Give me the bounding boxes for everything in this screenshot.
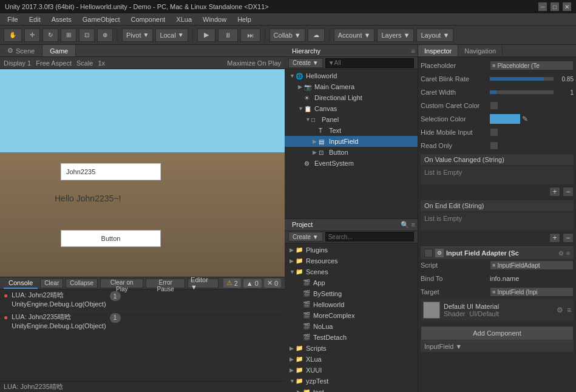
- project-item-nolua[interactable]: 🎬 NoLua: [285, 321, 418, 332]
- maximize-label[interactable]: Maximize On Play: [227, 59, 281, 67]
- project-item-scripts[interactable]: ▶ 📁 Scripts: [285, 343, 418, 354]
- hierarchy-item-inputfield[interactable]: ▶ ▤ InputField: [285, 136, 418, 147]
- menu-assets[interactable]: Assets: [47, 15, 76, 24]
- game-tab[interactable]: Game: [42, 45, 76, 56]
- adapter-enabled-checkbox[interactable]: [424, 249, 433, 257]
- scale-tool-button[interactable]: ⊞: [61, 29, 76, 42]
- project-search-input[interactable]: [325, 232, 414, 242]
- display-label[interactable]: Display 1: [4, 59, 31, 67]
- menu-window[interactable]: Window: [198, 15, 231, 24]
- console-row-0[interactable]: ● LUA: John22晴晗 UnityEngine.Debug.Log(Ob…: [0, 289, 285, 311]
- err-icon: ✕: [267, 279, 273, 287]
- hierarchy-item-eventsystem[interactable]: ⚙ EventSystem: [285, 158, 418, 169]
- play-button[interactable]: ▶: [197, 29, 215, 42]
- hand-tool-button[interactable]: ✋: [4, 29, 22, 42]
- inspector-content: Placeholder ■ Placeholder (Te Caret Blin…: [418, 57, 576, 392]
- hierarchy-label-button: Button: [329, 149, 348, 156]
- caret-width-slider[interactable]: [490, 90, 554, 94]
- inspector-tab[interactable]: Inspector: [418, 45, 458, 56]
- hierarchy-item-panel[interactable]: ▼ □ Panel: [285, 114, 418, 125]
- input-field-adapter-header[interactable]: ⚙ Input Field Adapter (Sc ⚙ ≡: [421, 246, 574, 259]
- material-menu-icon[interactable]: ≡: [567, 306, 571, 314]
- hide-mobile-checkbox[interactable]: [490, 128, 498, 137]
- read-only-checkbox[interactable]: [490, 141, 498, 150]
- hierarchy-menu-icon[interactable]: ≡: [412, 47, 415, 55]
- on-end-edit-header[interactable]: On End Edit (String): [421, 200, 574, 211]
- custom-caret-checkbox[interactable]: [490, 101, 498, 110]
- collab-dropdown[interactable]: Collab ▼: [269, 29, 305, 42]
- transform-tool-button[interactable]: ⊕: [97, 29, 113, 42]
- cloud-button[interactable]: ☁: [308, 29, 325, 42]
- menu-component[interactable]: Component: [126, 15, 170, 24]
- on-value-changed-add-button[interactable]: +: [549, 187, 560, 197]
- minimize-button[interactable]: ─: [538, 2, 547, 11]
- project-item-helloworld[interactable]: 🎬 Helloworld: [285, 299, 418, 310]
- project-item-plugins[interactable]: ▶ 📁 Plugins: [285, 245, 418, 255]
- project-icon-2[interactable]: ≡: [412, 221, 415, 229]
- hierarchy-item-main-camera[interactable]: ▶ 📷 Main Camera: [285, 81, 418, 92]
- layers-dropdown[interactable]: Layers ▼: [377, 29, 414, 42]
- project-item-bysetting[interactable]: 🎬 BySetting: [285, 288, 418, 299]
- scene-tab[interactable]: ⚙ Scene: [0, 45, 42, 56]
- move-tool-button[interactable]: ✛: [24, 29, 40, 42]
- console-row-1[interactable]: ● LUA: John2235晴晗 UnityEngine.Debug.Log(…: [0, 311, 285, 333]
- project-item-app[interactable]: 🎬 App: [285, 277, 418, 288]
- on-end-edit-remove-button[interactable]: −: [563, 233, 574, 243]
- on-end-edit-add-button[interactable]: +: [549, 233, 560, 243]
- material-settings-icon[interactable]: ⚙: [557, 306, 563, 314]
- project-item-xlua[interactable]: ▶ 📁 XLua: [285, 354, 418, 365]
- pause-button[interactable]: ⏸: [218, 29, 238, 42]
- project-tab[interactable]: Project: [287, 220, 317, 229]
- console-editor-dropdown[interactable]: Editor ▼: [188, 279, 219, 288]
- console-error-pause-button[interactable]: Error Pause: [146, 279, 185, 288]
- project-create-button[interactable]: Create ▼: [288, 232, 323, 242]
- color-edit-icon[interactable]: ✎: [522, 115, 528, 123]
- project-item-xuui[interactable]: ▶ 📁 XUUI: [285, 365, 418, 376]
- console-tab[interactable]: Console: [4, 278, 38, 289]
- console-clear-button[interactable]: Clear: [40, 279, 63, 288]
- project-item-yzptest[interactable]: ▼ 📁 yzpTest: [285, 376, 418, 387]
- close-button[interactable]: ✕: [563, 2, 571, 11]
- scene-input-field[interactable]: John2235: [61, 163, 161, 180]
- hierarchy-item-button[interactable]: ▶ ⊡ Button: [285, 147, 418, 158]
- hierarchy-create-button[interactable]: Create ▼: [288, 58, 323, 68]
- caret-blink-slider[interactable]: [490, 77, 554, 81]
- add-component-button[interactable]: Add Component: [421, 326, 574, 340]
- project-icon-1[interactable]: 🔍: [401, 221, 409, 229]
- rect-tool-button[interactable]: ⊡: [79, 29, 95, 42]
- project-item-resources[interactable]: ▶ 📁 Resources: [285, 255, 418, 266]
- project-item-testdetach[interactable]: 🎬 TestDetach: [285, 332, 418, 343]
- menu-help[interactable]: Help: [232, 15, 256, 24]
- pivot-dropdown[interactable]: Pivot ▼: [122, 29, 153, 42]
- account-dropdown[interactable]: Account ▼: [334, 29, 375, 42]
- menu-gameobject[interactable]: GameObject: [78, 15, 125, 24]
- selection-color-swatch[interactable]: [490, 114, 520, 124]
- step-button[interactable]: ⏭: [240, 29, 260, 42]
- hierarchy-item-helloworld[interactable]: ▼ 🌐 Helloworld: [285, 70, 418, 81]
- navigation-tab[interactable]: Navigation: [458, 45, 503, 56]
- project-item-test-folder[interactable]: ▶ 📁 test: [285, 387, 418, 393]
- hierarchy-tab[interactable]: Hierarchy: [287, 46, 325, 56]
- hierarchy-item-text[interactable]: T Text: [285, 125, 418, 136]
- menu-xlua[interactable]: XLua: [171, 15, 197, 24]
- console-collapse-button[interactable]: Collapse: [66, 279, 98, 288]
- layout-dropdown[interactable]: Layout ▼: [416, 29, 453, 42]
- on-value-changed-remove-button[interactable]: −: [563, 187, 574, 197]
- scene-button[interactable]: Button: [61, 230, 161, 247]
- adapter-settings-icon[interactable]: ⚙: [558, 250, 564, 257]
- hierarchy-item-canvas[interactable]: ▼ 📋 Canvas: [285, 103, 418, 114]
- hierarchy-item-directional-light[interactable]: ☀ Directional Light: [285, 92, 418, 103]
- local-dropdown[interactable]: Local ▼: [155, 29, 188, 42]
- project-item-morecomplex[interactable]: 🎬 MoreComplex: [285, 310, 418, 321]
- console-clear-on-play-button[interactable]: Clear on Play: [100, 279, 143, 288]
- maximize-button[interactable]: □: [551, 2, 559, 11]
- menu-file[interactable]: File: [2, 15, 23, 24]
- hierarchy-search-input[interactable]: [325, 58, 414, 68]
- adapter-menu-icon[interactable]: ≡: [566, 250, 570, 257]
- on-value-changed-header[interactable]: On Value Changed (String): [421, 154, 574, 165]
- aspect-label[interactable]: Free Aspect: [36, 59, 72, 67]
- menu-edit[interactable]: Edit: [24, 15, 46, 24]
- project-item-scenes[interactable]: ▼ 📁 Scenes: [285, 266, 418, 277]
- rotate-tool-button[interactable]: ↻: [42, 29, 58, 42]
- material-shader-value: UI/Default: [469, 310, 499, 317]
